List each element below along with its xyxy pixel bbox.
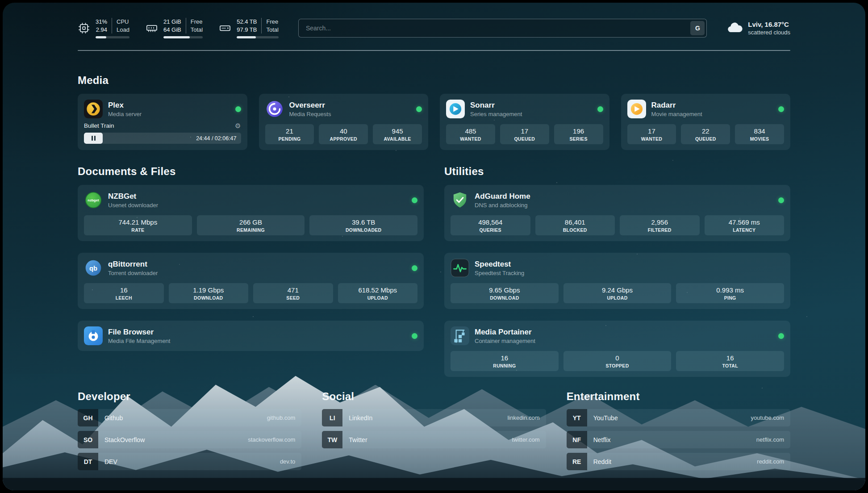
memory-free-label: Free bbox=[191, 18, 203, 26]
bookmark-dev[interactable]: DT DEV dev.to bbox=[78, 453, 301, 470]
app-subtitle: Container management bbox=[475, 338, 535, 344]
stat-wanted: 485WANTED bbox=[446, 124, 495, 144]
app-card-adguard[interactable]: AdGuard Home DNS and adblocking 498,564Q… bbox=[444, 185, 790, 241]
cpu-label: CPU bbox=[117, 18, 129, 26]
app-card-plex[interactable]: Plex Media server Bullet Train ⚙ 24:44 bbox=[78, 94, 247, 150]
filebrowser-header: File Browser Media File Management bbox=[84, 326, 417, 345]
section-title-developer: Developer bbox=[78, 390, 301, 403]
app-card-portainer[interactable]: Media Portainer Container management 16R… bbox=[444, 321, 790, 377]
portainer-header: Media Portainer Container management bbox=[451, 326, 784, 345]
disk-total-value: 97.9 TB bbox=[237, 26, 257, 34]
radarr-meta: Radarr Movie management bbox=[651, 101, 702, 117]
app-subtitle: DNS and adblocking bbox=[475, 202, 530, 209]
stat-running: 16RUNNING bbox=[451, 351, 559, 371]
memory-usage-bar bbox=[163, 36, 203, 38]
memory-readout: 21 GiB 64 GiB Free Total bbox=[163, 18, 203, 38]
stat-blocked: 86,401BLOCKED bbox=[535, 215, 615, 235]
gear-icon[interactable]: ⚙ bbox=[235, 122, 241, 129]
bookmark-netflix[interactable]: NF Netflix netflix.com bbox=[567, 431, 790, 448]
sonarr-meta: Sonarr Series management bbox=[470, 101, 522, 117]
disk-free-value: 52.4 TB bbox=[237, 18, 257, 26]
plex-progress-bar[interactable]: 24:44 / 02:06:47 bbox=[84, 133, 241, 144]
app-name: Overseerr bbox=[289, 101, 331, 110]
app-subtitle: Speedtest Tracking bbox=[475, 270, 524, 276]
qbittorrent-stats: 16LEECH 1.19 GbpsDOWNLOAD 471SEED 618.52… bbox=[84, 283, 417, 303]
bookmark-name: Github bbox=[104, 414, 123, 422]
bookmark-name: YouTube bbox=[593, 414, 618, 422]
memory-monitor: 21 GiB 64 GiB Free Total bbox=[146, 18, 203, 38]
status-online-indicator bbox=[412, 265, 417, 271]
app-card-nzbget[interactable]: nzbget NZBGet Usenet downloader 744.21 M… bbox=[78, 185, 424, 241]
app-card-sonarr[interactable]: Sonarr Series management 485WANTED 17QUE… bbox=[440, 94, 609, 150]
media-grid: Plex Media server Bullet Train ⚙ 24:44 bbox=[78, 94, 790, 150]
bookmark-linkedin[interactable]: LI LinkedIn linkedin.com bbox=[322, 409, 546, 426]
app-subtitle: Torrent downloader bbox=[108, 270, 158, 276]
bookmark-github[interactable]: GH Github github.com bbox=[78, 409, 301, 426]
stat-approved: 40APPROVED bbox=[319, 124, 368, 144]
cpu-usage-bar bbox=[96, 36, 129, 38]
app-card-qbittorrent[interactable]: qb qBittorrent Torrent downloader 16LEEC… bbox=[78, 253, 424, 309]
memory-total-label: Total bbox=[191, 26, 203, 34]
stat-available: 945AVAILABLE bbox=[373, 124, 422, 144]
adguard-icon bbox=[451, 191, 469, 209]
app-card-overseerr[interactable]: Overseerr Media Requests 21PENDING 40APP… bbox=[259, 94, 429, 150]
bookmark-url: github.com bbox=[267, 414, 296, 421]
bookmark-name: DEV bbox=[104, 458, 117, 465]
cpu-usage-percent: 31% bbox=[96, 18, 107, 26]
stat-pending: 21PENDING bbox=[265, 124, 314, 144]
stat-seed: 471SEED bbox=[253, 283, 333, 303]
bookmark-twitter[interactable]: TW Twitter twitter.com bbox=[322, 431, 546, 448]
disk-icon bbox=[219, 22, 231, 34]
stat-queued: 17QUEUED bbox=[500, 124, 549, 144]
bookmark-name: Twitter bbox=[349, 436, 367, 443]
weather-widget[interactable]: Lviv, 16.87°C scattered clouds bbox=[726, 20, 790, 36]
status-online-indicator bbox=[412, 197, 417, 203]
search-engine-button[interactable]: G bbox=[690, 21, 705, 35]
bookmark-stackoverflow[interactable]: SO StackOverflow stackoverflow.com bbox=[78, 431, 301, 448]
bookmark-reddit[interactable]: RE Reddit reddit.com bbox=[567, 453, 790, 470]
nzbget-stats: 744.21 MbpsRATE 266 GBREMAINING 39.6 TBD… bbox=[84, 215, 417, 235]
app-subtitle: Series management bbox=[470, 111, 522, 117]
bookmark-name: LinkedIn bbox=[349, 414, 372, 422]
search-input[interactable] bbox=[298, 19, 707, 38]
memory-icon bbox=[146, 22, 158, 34]
app-card-filebrowser[interactable]: File Browser Media File Management bbox=[78, 321, 424, 351]
memory-free-value: 21 GiB bbox=[163, 18, 181, 26]
search-bar: G bbox=[298, 19, 707, 38]
sonarr-icon bbox=[446, 100, 465, 118]
stat-ping: 0.993 msPING bbox=[676, 283, 784, 303]
filebrowser-icon bbox=[84, 326, 103, 345]
stat-leech: 16LEECH bbox=[84, 283, 164, 303]
bookmark-youtube[interactable]: YT YouTube youtube.com bbox=[567, 409, 790, 426]
app-name: Radarr bbox=[651, 101, 702, 110]
stat-queries: 498,564QUERIES bbox=[451, 215, 530, 235]
cloud-icon bbox=[726, 20, 743, 36]
qbittorrent-header: qb qBittorrent Torrent downloader bbox=[84, 259, 417, 277]
status-online-indicator bbox=[412, 333, 417, 339]
app-card-radarr[interactable]: Radarr Movie management 17WANTED 22QUEUE… bbox=[621, 94, 791, 150]
bookmark-abbr: GH bbox=[78, 409, 98, 426]
speedtest-meta: Speedtest Speedtest Tracking bbox=[475, 260, 524, 276]
app-card-speedtest[interactable]: Speedtest Speedtest Tracking 9.65 GbpsDO… bbox=[444, 253, 790, 309]
section-title-entertainment: Entertainment bbox=[567, 390, 790, 403]
memory-total-value: 64 GiB bbox=[163, 26, 181, 34]
speedtest-icon bbox=[451, 259, 469, 277]
stat-movies: 834MOVIES bbox=[735, 124, 784, 144]
header-divider bbox=[78, 50, 790, 51]
status-online-indicator bbox=[778, 333, 784, 339]
bookmarks-row: Developer GH Github github.com SO StackO… bbox=[78, 390, 790, 470]
section-developer: Developer GH Github github.com SO StackO… bbox=[78, 390, 301, 470]
app-name: qBittorrent bbox=[108, 260, 158, 269]
pause-icon bbox=[92, 136, 93, 141]
snow-specks bbox=[3, 3, 4, 4]
portainer-stats: 16RUNNING 0STOPPED 16TOTAL bbox=[451, 351, 784, 371]
section-media: Media Plex Media server bbox=[78, 74, 790, 150]
app-subtitle: Movie management bbox=[651, 111, 702, 117]
speedtest-stats: 9.65 GbpsDOWNLOAD 9.24 GbpsUPLOAD 0.993 … bbox=[451, 283, 784, 303]
app-name: Sonarr bbox=[470, 101, 522, 110]
status-online-indicator bbox=[235, 106, 241, 112]
bookmark-abbr: DT bbox=[78, 453, 98, 470]
radarr-header: Radarr Movie management bbox=[627, 100, 785, 118]
nzbget-meta: NZBGet Usenet downloader bbox=[108, 192, 158, 209]
adguard-stats: 498,564QUERIES 86,401BLOCKED 2,956FILTER… bbox=[451, 215, 784, 235]
